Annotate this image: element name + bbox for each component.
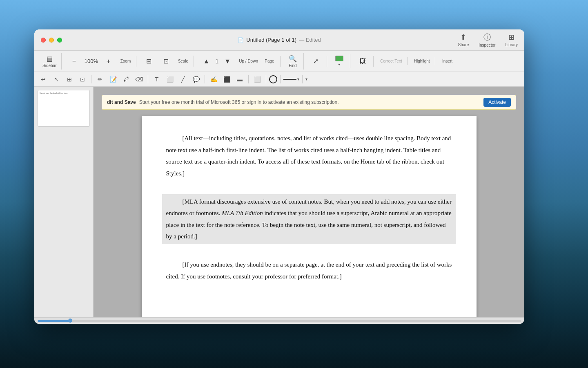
comment-tool-button[interactable]: 💬 — [190, 74, 202, 85]
toolbar-zoom-group: − 100% + Zoom — [63, 56, 136, 67]
toolbar-separator-4 — [248, 75, 249, 83]
view-button[interactable]: ⤢ — [308, 56, 324, 67]
highlight-tool-button[interactable]: 🖍 — [120, 74, 132, 85]
color-swatch — [335, 56, 343, 61]
document-area: dit and Save Start your free one month t… — [94, 87, 524, 317]
toolbar-view-group: ⤢ — [305, 56, 327, 67]
toolbar-find-group: 🔍 Find — [282, 53, 304, 70]
toolbar-separator-5 — [266, 75, 266, 83]
multiselect-tool-button[interactable]: ⊞ — [64, 74, 75, 85]
scrollbar-thumb — [38, 320, 70, 322]
shape-circle-indicator — [269, 75, 277, 83]
annotation-toolbar: ↩ ↖ ⊞ ⊡ ✏ 📝 🖍 ⌫ T ⬜ ╱ 💬 ✍ ⬛ ▬ ⬜ ▾ ▾ — [34, 72, 524, 87]
correct-text-button[interactable]: Correct Text — [378, 57, 405, 65]
app-window: 📄 Untitled (Page 1 of 1) — Edited ⬆ Shar… — [34, 29, 524, 324]
toolbar-nav-group: ▲ 1 ▼ Up / Down Page — [196, 56, 280, 67]
sidebar-panel: Sample page thumbnail with text lines... — [34, 87, 94, 317]
signature-tool-button[interactable]: ✍ — [208, 74, 219, 85]
shapes-tool-button[interactable]: ⬜ — [164, 74, 176, 85]
more-chevron-icon[interactable]: ▾ — [305, 77, 307, 81]
color-picker-button[interactable]: ▾ — [331, 54, 347, 68]
scale-label-item[interactable]: Scale — [175, 57, 191, 65]
paragraph-1: [All text—including titles, quotations, … — [166, 132, 452, 179]
window-title-area: 📄 Untitled (Page 1 of 1) — Edited — [238, 37, 321, 43]
zoom-value: 100% — [83, 58, 99, 64]
stamp-tool-button[interactable]: ⬛ — [221, 74, 232, 85]
page-fit-icon: ⊡ — [163, 57, 169, 65]
sidebar-label: Sidebar — [42, 63, 56, 68]
activation-bar-message: dit and Save Start your free one month t… — [107, 99, 339, 105]
toolbar-separator-7 — [302, 75, 303, 83]
select-tool-button[interactable]: ↖ — [51, 74, 62, 85]
page-label-item[interactable]: Page — [261, 57, 278, 65]
zoom-label-item[interactable]: Zoom — [117, 57, 134, 65]
document-icon: 📄 — [238, 37, 244, 43]
zoom-in-button[interactable]: + — [100, 56, 116, 67]
close-button[interactable] — [41, 38, 46, 43]
activate-button[interactable]: Activate — [483, 98, 511, 107]
document-content: [All text—including titles, quotations, … — [166, 132, 452, 282]
share-button[interactable]: ⬆ Share — [458, 33, 469, 47]
find-button[interactable]: 🔍 Find — [285, 53, 301, 70]
inspector-button[interactable]: ⓘ Inspector — [479, 32, 495, 47]
color-chevron-icon: ▾ — [338, 62, 340, 67]
crop-tool-button[interactable]: ⊡ — [77, 74, 88, 85]
markup-tool-button[interactable]: 📝 — [107, 74, 119, 85]
image-button[interactable]: 🖼 — [354, 56, 371, 67]
window-edited: — Edited — [299, 37, 321, 43]
toolbar-highlight-group: Highlight — [409, 57, 435, 65]
fit-icon: ⊞ — [146, 57, 151, 65]
insert-label: Insert — [442, 59, 452, 63]
line-style-indicator: ▾ — [283, 77, 299, 81]
updown-label-item[interactable]: Up / Down — [236, 57, 261, 65]
up-icon: ▲ — [203, 58, 210, 65]
arrow-tool-button[interactable]: ↩ — [38, 74, 49, 85]
activation-title: dit and Save — [107, 99, 136, 105]
main-content-area: Sample page thumbnail with text lines...… — [34, 87, 524, 317]
sidebar-icon: ▤ — [47, 55, 53, 63]
scale-page-button[interactable]: ⊡ — [158, 56, 174, 67]
find-label: Find — [289, 63, 296, 68]
share-label: Share — [458, 43, 469, 47]
page-up-button[interactable]: ▲ — [198, 56, 214, 67]
activation-message: Start your free one month trial of Micro… — [139, 99, 339, 105]
redact-tool-button[interactable]: ▬ — [234, 74, 245, 85]
sidebar-toggle-button[interactable]: ▤ Sidebar — [40, 53, 59, 70]
eraser-tool-button[interactable]: ⌫ — [134, 74, 145, 85]
updown-label: Up / Down — [239, 59, 258, 63]
plus-icon: + — [107, 58, 110, 65]
line-tool-button[interactable]: ╱ — [177, 74, 189, 85]
paragraph-2: [MLA format discourages extensive use of… — [166, 196, 452, 242]
toolbar-sidebar-group: ▤ Sidebar — [38, 53, 62, 70]
page-down-button[interactable]: ▼ — [219, 56, 236, 67]
zoom-out-button[interactable]: − — [66, 56, 82, 67]
library-button[interactable]: ⊞ Library — [505, 33, 518, 47]
correct-text-label: Correct Text — [380, 59, 402, 63]
pen-tool-button[interactable]: ✏ — [94, 74, 106, 85]
scrollbar-handle[interactable] — [68, 319, 72, 323]
down-icon: ▼ — [224, 58, 231, 65]
activation-bar: dit and Save Start your free one month t… — [102, 95, 516, 110]
page-label: Page — [265, 59, 274, 63]
sidebar-page-thumb-1[interactable]: Sample page thumbnail with text lines... — [38, 90, 90, 127]
fullscreen-button[interactable] — [57, 38, 62, 43]
highlight-button[interactable]: Highlight — [412, 57, 432, 65]
insert-button[interactable]: Insert — [439, 57, 456, 65]
toolbar-separator-2 — [148, 75, 148, 83]
minimize-button[interactable] — [49, 38, 54, 43]
thumb-text-1: Sample page thumbnail with text lines... — [40, 92, 88, 94]
highlight-label: Highlight — [414, 59, 430, 63]
window-title: Untitled (Page 1 of 1) — [246, 37, 296, 43]
library-label: Library — [505, 43, 518, 47]
minus-icon: − — [72, 58, 76, 65]
zoom-tool-button[interactable]: ⬜ — [252, 74, 263, 85]
toolbar-separator-3 — [205, 75, 205, 83]
scrollbar-track[interactable] — [38, 320, 521, 322]
fullscreen-icon: ⤢ — [313, 57, 318, 65]
toolbar-scale-group: ⊞ ⊡ Scale — [138, 56, 194, 67]
title-bar: 📄 Untitled (Page 1 of 1) — Edited ⬆ Shar… — [34, 29, 524, 51]
title-actions: ⬆ Share ⓘ Inspector ⊞ Library — [458, 32, 518, 47]
text-tool-button[interactable]: T — [151, 74, 163, 85]
scale-fit-button[interactable]: ⊞ — [140, 56, 157, 67]
toolbar-image-group: 🖼 — [352, 56, 374, 67]
